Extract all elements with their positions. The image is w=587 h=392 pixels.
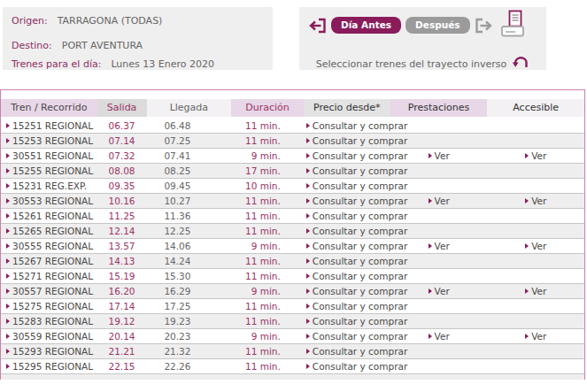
table-row: 30559 REGIONAL 20.14 20.23 9 min. Consul… [1, 329, 584, 344]
departure-time: 22.15 [97, 359, 147, 373]
train-cell[interactable]: 15253 REGIONAL [1, 134, 97, 148]
train-cell[interactable]: 15231 REG.EXP. [1, 179, 97, 193]
train-cell[interactable]: 15275 REGIONAL [1, 299, 97, 313]
expand-triangle-icon [6, 213, 10, 219]
duration: 11 min. [231, 344, 304, 358]
table-row: 15283 REGIONAL 19.12 19.23 11 min. Consu… [1, 314, 584, 329]
train-cell[interactable]: 15267 REGIONAL [1, 254, 97, 268]
train-cell[interactable]: 15261 REGIONAL [1, 209, 97, 223]
train-cell[interactable]: 15271 REGIONAL [1, 269, 97, 283]
duration: 9 min. [231, 149, 304, 163]
arrow-right-bracket-icon [475, 23, 493, 36]
arrow-left-bracket-icon [308, 23, 327, 36]
buy-triangle-icon [306, 349, 310, 354]
train-cell[interactable]: 15283 REGIONAL [1, 314, 97, 328]
train-label: 15267 REGIONAL [12, 256, 93, 266]
train-cell[interactable]: 15251 REGIONAL [1, 119, 97, 133]
prestaciones-ver-label: Ver [435, 331, 450, 342]
train-cell[interactable]: 30555 REGIONAL [1, 239, 97, 253]
buy-triangle-icon [306, 138, 310, 143]
reverse-route-link[interactable]: Seleccionar trenes del trayecto inverso [299, 55, 546, 73]
print-button[interactable] [499, 10, 526, 39]
duration: 9 min. [231, 284, 304, 298]
table-row: 30555 REGIONAL 13.57 14.06 9 min. Consul… [1, 239, 584, 254]
return-arrow-icon [512, 55, 529, 73]
expand-triangle-icon [6, 364, 10, 369]
duration: 11 min. [231, 134, 304, 148]
prestaciones-ver-link[interactable]: Ver [429, 331, 450, 342]
arrival-time: 08.25 [146, 164, 231, 178]
buy-triangle-icon [306, 319, 310, 324]
departure-time: 13.57 [97, 239, 147, 253]
table-row: 15251 REGIONAL 06.37 06.48 11 min. Consu… [1, 119, 584, 134]
column-header-accesible: Accesible [487, 99, 584, 117]
train-cell[interactable]: 15265 REGIONAL [1, 224, 97, 238]
train-label: 15261 REGIONAL [12, 211, 93, 221]
train-cell[interactable]: 15295 REGIONAL [1, 359, 97, 373]
previous-day-arrow-button[interactable] [308, 18, 327, 34]
day-before-button[interactable]: Día Antes [331, 17, 401, 34]
column-header-prestaciones: Prestaciones [390, 99, 488, 117]
train-cell[interactable]: 30557 REGIONAL [1, 284, 97, 298]
expand-triangle-icon [6, 228, 10, 234]
prestaciones-ver-link[interactable]: Ver [429, 241, 450, 251]
departure-time: 16.20 [97, 284, 147, 298]
prestaciones-ver-link[interactable]: Ver [429, 196, 450, 206]
arrival-time: 16.29 [146, 284, 231, 298]
table-row: 15271 REGIONAL 15.19 15.30 11 min. Consu… [1, 269, 584, 284]
prestaciones-ver-link[interactable]: Ver [429, 150, 450, 161]
arrival-time: 12.25 [146, 224, 231, 238]
buy-triangle-icon [306, 183, 310, 188]
accesible-ver-label: Ver [531, 241, 546, 251]
destination-row: Destino: PORT AVENTURA [12, 40, 143, 51]
train-label: 30553 REGIONAL [12, 196, 93, 206]
train-cell[interactable]: 30551 REGIONAL [1, 149, 97, 163]
accesible-ver-link[interactable]: Ver [525, 150, 546, 161]
table-row: 15293 REGIONAL 21.21 21.32 11 min. Consu… [1, 344, 584, 359]
table-row: 30553 REGIONAL 10.16 10.27 11 min. Consu… [1, 194, 584, 209]
buy-triangle-icon [306, 258, 310, 264]
duration: 11 min. [231, 314, 304, 328]
arrival-time: 11.36 [146, 209, 231, 223]
expand-triangle-icon [6, 288, 10, 294]
train-label: 15283 REGIONAL [12, 316, 93, 327]
accesible-ver-label: Ver [531, 331, 546, 342]
table-row: 30557 REGIONAL 16.20 16.29 9 min. Consul… [1, 284, 584, 299]
buy-triangle-icon [306, 334, 310, 339]
table-header-row: Tren / Recorrido Salida Llegada Duración… [1, 99, 584, 117]
train-cell[interactable]: 30559 REGIONAL [1, 329, 97, 343]
column-header-duracion: Duración [231, 99, 304, 117]
train-label: 15293 REGIONAL [12, 346, 93, 357]
train-label: 30555 REGIONAL [12, 241, 93, 251]
buy-triangle-icon [306, 364, 310, 369]
departure-time: 21.21 [97, 344, 147, 358]
table-row: 15255 REGIONAL 08.08 08.25 17 min. Consu… [1, 164, 584, 179]
arrival-time: 06.48 [146, 119, 231, 133]
duration: 9 min. [231, 329, 304, 343]
train-cell[interactable]: 30553 REGIONAL [1, 194, 97, 208]
next-day-arrow-button[interactable] [475, 18, 493, 34]
prestaciones-ver-link[interactable]: Ver [429, 286, 450, 296]
train-label: 15253 REGIONAL [12, 135, 93, 146]
expand-triangle-icon [6, 183, 10, 188]
train-cell[interactable]: 15293 REGIONAL [1, 344, 97, 358]
expand-triangle-icon [6, 153, 10, 158]
train-label: 30551 REGIONAL [12, 150, 93, 161]
destination-label: Destino: [12, 40, 52, 51]
arrival-time: 15.30 [146, 269, 231, 283]
accesible-ver-link[interactable]: Ver [525, 241, 546, 251]
prestaciones-ver-label: Ver [435, 241, 450, 251]
buy-triangle-icon [306, 153, 310, 158]
day-after-button[interactable]: Después [405, 17, 469, 34]
expand-triangle-icon [6, 168, 10, 173]
train-cell[interactable]: 15255 REGIONAL [1, 164, 97, 178]
origin-row: Origen: TARRAGONA (TODAS) [12, 15, 162, 27]
table-row: 15231 REG.EXP. 09.35 09.45 10 min. Consu… [1, 179, 584, 194]
accesible-ver-link[interactable]: Ver [525, 331, 546, 342]
accesible-ver-link[interactable]: Ver [525, 196, 546, 206]
accesible-ver-link[interactable]: Ver [525, 286, 546, 296]
ver-triangle-icon [525, 198, 529, 204]
accesible-ver-label: Ver [531, 286, 546, 296]
arrival-time: 19.23 [146, 314, 231, 328]
arrival-time: 17.25 [146, 299, 231, 313]
